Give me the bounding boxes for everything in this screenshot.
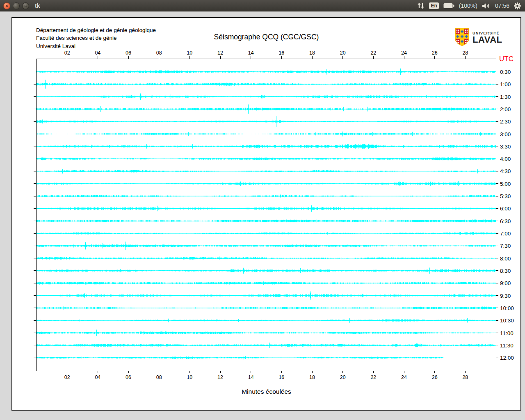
row-utc-label: 8:00: [500, 255, 511, 261]
row-utc-label: 11:00: [500, 330, 514, 336]
minimize-button[interactable]: –: [13, 2, 20, 9]
x-tick-bottom: [98, 371, 98, 373]
row-tick-right: [496, 283, 498, 283]
row-utc-label: 4:30: [500, 168, 511, 174]
row-tick-left: [34, 221, 36, 221]
row-utc-label: 4:00: [500, 156, 511, 162]
row-tick-right: [496, 96, 498, 97]
x-tick-top: [67, 56, 67, 59]
utc-axis-title: UTC: [499, 55, 514, 63]
x-tick-label-top: 16: [278, 50, 284, 56]
x-tick-label-bottom: 14: [248, 374, 254, 380]
row-tick-left: [34, 183, 36, 184]
x-tick-label-top: 02: [64, 50, 70, 56]
row-tick-right: [496, 121, 498, 122]
x-tick-bottom: [128, 371, 129, 373]
row-utc-label: 1:00: [500, 81, 511, 87]
row-tick-right: [496, 221, 498, 221]
row-tick-left: [34, 283, 36, 283]
close-button[interactable]: ×: [3, 2, 10, 9]
x-tick-label-top: 10: [187, 50, 192, 56]
x-tick-top: [373, 56, 374, 59]
row-tick-left: [34, 134, 36, 134]
row-tick-right: [496, 208, 498, 209]
x-tick-bottom: [67, 371, 67, 373]
row-utc-label: 9:00: [500, 280, 511, 286]
row-utc-label: 6:00: [500, 205, 511, 212]
x-tick-top: [128, 56, 129, 59]
universite-laval-logo: UNIVERSITÉ LAVAL: [454, 28, 502, 48]
row-tick-left: [34, 345, 36, 345]
x-tick-label-top: 04: [95, 50, 100, 56]
x-tick-label-top: 22: [370, 50, 376, 56]
x-tick-top: [281, 56, 282, 59]
x-tick-label-top: 18: [309, 50, 315, 56]
x-tick-label-top: 14: [248, 50, 254, 56]
row-tick-left: [34, 171, 36, 171]
row-tick-right: [496, 233, 498, 234]
x-tick-bottom: [373, 371, 374, 373]
battery-icon[interactable]: [443, 3, 454, 9]
x-tick-label-top: 28: [462, 50, 468, 56]
row-tick-left: [34, 109, 36, 109]
x-tick-bottom: [159, 371, 159, 373]
network-sync-icon[interactable]: [417, 2, 425, 9]
x-tick-label-bottom: 12: [217, 374, 223, 380]
row-utc-label: 6:30: [500, 218, 511, 224]
x-tick-bottom: [281, 371, 282, 373]
row-tick-right: [496, 196, 498, 196]
row-tick-right: [496, 171, 498, 171]
row-tick-right: [496, 183, 498, 184]
row-tick-left: [34, 96, 36, 97]
row-tick-right: [496, 246, 498, 246]
x-tick-label-top: 20: [340, 50, 346, 56]
row-tick-right: [496, 134, 498, 134]
laval-crest-icon: [454, 28, 470, 48]
x-tick-top: [189, 56, 190, 59]
x-tick-top: [434, 56, 435, 59]
row-tick-right: [496, 270, 498, 271]
row-tick-right: [496, 320, 498, 321]
logo-laval-label: LAVAL: [472, 35, 502, 44]
row-tick-left: [34, 358, 36, 358]
x-tick-label-bottom: 16: [278, 374, 284, 380]
row-tick-right: [496, 308, 498, 308]
row-tick-right: [496, 295, 498, 296]
x-tick-label-bottom: 02: [64, 374, 70, 380]
x-tick-top: [251, 56, 251, 59]
row-utc-label: 5:00: [500, 180, 511, 187]
chart-title: Séismographe QCQ (CGC/GSC): [12, 33, 520, 41]
row-tick-left: [34, 84, 36, 84]
x-tick-bottom: [342, 371, 343, 373]
maximize-button[interactable]: [22, 2, 29, 9]
x-tick-label-top: 12: [217, 50, 223, 56]
x-tick-bottom: [312, 371, 313, 373]
clock-label[interactable]: 07:56: [495, 2, 509, 9]
x-tick-top: [220, 56, 221, 59]
x-tick-label-bottom: 04: [95, 374, 100, 380]
keyboard-layout-indicator[interactable]: En: [429, 2, 438, 9]
x-tick-label-bottom: 20: [340, 374, 346, 380]
row-tick-left: [34, 196, 36, 196]
row-tick-left: [34, 246, 36, 246]
seismogram-traces-canvas: [37, 59, 496, 371]
x-tick-label-bottom: 22: [370, 374, 376, 380]
window-titlebar[interactable]: × – tk En (100%): [0, 0, 525, 11]
session-gear-icon[interactable]: [514, 2, 521, 9]
x-tick-label-bottom: 10: [187, 374, 192, 380]
row-utc-label: 9:30: [500, 292, 511, 299]
row-tick-left: [34, 233, 36, 234]
x-tick-label-bottom: 24: [401, 374, 407, 380]
volume-icon[interactable]: [482, 3, 491, 9]
x-tick-label-top: 26: [432, 50, 438, 56]
x-tick-bottom: [465, 371, 466, 373]
row-utc-label: 5:30: [500, 193, 511, 199]
x-tick-label-bottom: 26: [432, 374, 438, 380]
row-utc-label: 11:30: [500, 342, 514, 348]
battery-percent-label[interactable]: (100%): [459, 2, 477, 9]
tk-window: Département de géologie et de génie géol…: [0, 11, 525, 420]
row-tick-left: [34, 270, 36, 271]
x-tick-label-top: 08: [156, 50, 162, 56]
helicorder-plot: UTC 020204040606080810101212141416161818…: [36, 59, 496, 371]
row-tick-right: [496, 333, 498, 333]
